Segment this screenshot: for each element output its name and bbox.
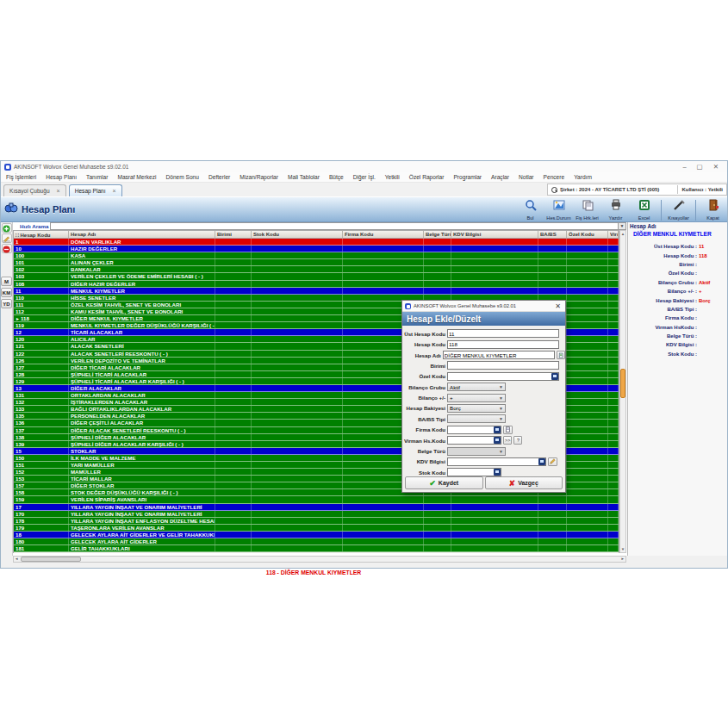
account-row[interactable]: 101ALINAN ÇEKLER <box>14 259 619 266</box>
column-header-ba-bs[interactable]: BA/BS <box>538 231 567 238</box>
account-row[interactable]: 179TAŞERONLARA VERİLEN AVANSLAR <box>14 525 619 532</box>
sidebar-button-yd[interactable]: YD <box>1 299 12 308</box>
panel-field-value: 118 <box>697 253 725 258</box>
column-header-zel-kodu[interactable]: Özel Kodu <box>567 231 608 238</box>
menu-item-mali-tablolar[interactable]: Mali Tablolar <box>288 174 320 180</box>
minimize-button[interactable]: – <box>682 163 686 171</box>
column-header-virman-h[interactable]: Virman H <box>608 231 619 238</box>
menu-item-d-nem-sonu[interactable]: Dönem Sonu <box>165 174 199 180</box>
yazd-r-button[interactable]: Yazdır <box>601 199 630 221</box>
tab-close-icon[interactable]: × <box>113 188 116 194</box>
account-row[interactable]: 170YILLARA YAYGIN İNŞAAT VE ONARIM MALİY… <box>14 511 619 518</box>
menu-item-ara-lar[interactable]: Araçlar <box>491 174 509 180</box>
account-row[interactable]: 18GELECEK AYLARA AİT GİDERLER VE GELİR T… <box>14 532 619 538</box>
scroll-down-icon[interactable]: ▼ <box>620 546 625 552</box>
account-row[interactable]: 180GELECEK AYLARA AİT GİDERLER <box>14 538 619 545</box>
menu-item-notlar[interactable]: Notlar <box>519 174 534 180</box>
menu-item-fi-i-lemleri[interactable]: Fiş İşlemleri <box>6 174 36 180</box>
menu-item-defterler[interactable]: Defterler <box>208 174 230 180</box>
menu-item-yetkili[interactable]: Yetkili <box>385 174 400 180</box>
edit-icon[interactable] <box>548 457 557 466</box>
account-row[interactable]: 11MENKUL KIYMETLER <box>14 288 619 295</box>
account-row[interactable]: 103VERİLEN ÇEKLER VE ÖDEME EMİRLERİ HESA… <box>14 273 619 280</box>
account-row[interactable]: 181GELİR TAHAKKUKLARI <box>14 545 619 552</box>
excel-button[interactable]: Excel <box>630 199 658 221</box>
hesap-ad-input[interactable] <box>443 351 555 359</box>
scroll-right-icon[interactable]: ► <box>621 557 625 562</box>
fi-hrk-leri-button[interactable]: Fiş Hrk.leri <box>573 199 601 221</box>
delete-account-button[interactable] <box>2 244 12 253</box>
bul-button[interactable]: Bul <box>516 199 544 221</box>
hesap-bakiyesi-select[interactable]: Borç▼ <box>447 404 506 413</box>
scroll-up-icon[interactable]: ▲ <box>620 231 625 237</box>
account-row[interactable]: 178YILLARA YAYGIN İNŞAAT ENFLASYON DÜZEL… <box>14 518 619 525</box>
menu-item-pencere[interactable]: Pencere <box>544 174 565 180</box>
menu-item-masraf-merkezi[interactable]: Masraf Merkezi <box>117 174 156 180</box>
scrollbar-thumb[interactable] <box>21 557 81 562</box>
account-code: 131 <box>14 392 69 398</box>
column-header-belge-t-r[interactable]: Belge Türü <box>424 231 451 238</box>
account-row[interactable]: 1DÖNEN VARLIKLAR <box>14 239 619 246</box>
tab-close-icon[interactable]: × <box>57 188 60 194</box>
kaydet-button[interactable]: ✔ Kaydet <box>405 476 483 489</box>
menu-item-b-t-e[interactable]: Bütçe <box>329 174 344 180</box>
lookup-icon[interactable] <box>538 458 545 465</box>
vazgec-button[interactable]: ✘ Vazgeç <box>485 476 563 489</box>
st-hesap-kodu-input[interactable] <box>447 329 559 338</box>
account-code: 103 <box>14 273 69 279</box>
hes-durum-button[interactable]: Hes.Durum <box>544 199 573 221</box>
column-header-kdv-bilgisi[interactable]: KDV Bilgisi <box>451 231 538 238</box>
menu-item-yard-m[interactable]: Yardım <box>574 174 592 180</box>
account-row[interactable]: 100KASA <box>14 252 619 259</box>
menu-item-di-er-i-l[interactable]: Diğer İşl. <box>353 174 376 180</box>
lookup-icon[interactable] <box>494 469 501 476</box>
belge-t-r-select[interactable]: ▼ <box>447 447 506 456</box>
tab-hesap-plani[interactable]: Hesap Planı × <box>69 184 122 196</box>
column-header-stok-kodu[interactable]: Stok Kodu <box>252 231 343 238</box>
menu-item-tan-mlar[interactable]: Tanımlar <box>86 174 108 180</box>
close-button[interactable]: ✕ <box>713 163 719 171</box>
ba-bs-tipi-select[interactable]: ▼ <box>447 414 506 423</box>
column-header-birimi[interactable]: Birimi <box>215 231 252 238</box>
menu-item-mizan-raporlar[interactable]: Mizan/Raporlar <box>240 174 278 180</box>
sidebar-button-m[interactable]: M <box>1 277 12 286</box>
vertical-scrollbar[interactable]: ▲ ▼ <box>619 230 626 553</box>
doc-icon[interactable] <box>503 426 513 434</box>
aux-button[interactable]: >> <box>503 436 512 445</box>
horizontal-scrollbar[interactable]: ◄ ► <box>13 556 626 563</box>
account-row[interactable]: 17YILLARA YAYGIN İNŞAAT VE ONARIM MALİYE… <box>14 504 619 511</box>
lookup-icon[interactable] <box>551 373 558 380</box>
account-row[interactable]: 108DİĞER HAZIR DEĞERLER <box>14 281 619 288</box>
quick-search-dropdown-icon[interactable]: ▼ <box>619 222 626 230</box>
menu-item-zel-raporlar[interactable]: Özel Raporlar <box>409 174 445 180</box>
grid-cell <box>567 252 608 258</box>
column-header-hesap-ad[interactable]: Hesap Adı <box>69 231 215 238</box>
k-sayollar-button[interactable]: Kısayollar <box>664 199 693 221</box>
bilan-o-select[interactable]: +▼ <box>447 394 506 402</box>
note-icon[interactable] <box>557 351 565 359</box>
kdv-bilgisi-input[interactable] <box>447 457 546 466</box>
menu-item-hesap-plan[interactable]: Hesap Planı <box>46 174 77 180</box>
lookup-icon[interactable] <box>494 426 501 433</box>
aux-button[interactable]: ? <box>513 436 522 445</box>
kapat-button[interactable]: Kapat <box>699 199 727 221</box>
dialog-close-icon[interactable]: ✕ <box>555 302 563 310</box>
account-row[interactable]: 10HAZIR DEĞERLER <box>14 246 619 252</box>
scroll-left-icon[interactable]: ◄ <box>15 557 18 562</box>
birimi-input[interactable] <box>447 361 559 370</box>
maximize-button[interactable]: ▢ <box>697 163 703 171</box>
column-header-hesap-kodu[interactable]: ∷ Hesap Kodu <box>14 231 69 238</box>
quick-search-input[interactable] <box>50 222 619 230</box>
sidebar-button-km[interactable]: KM <box>1 288 12 297</box>
bilan-o-grubu-select[interactable]: Aktif▼ <box>447 383 506 391</box>
menu-item-programlar[interactable]: Programlar <box>453 174 482 180</box>
hesap-kodu-input[interactable] <box>447 340 559 349</box>
zel-kodu-input[interactable] <box>447 372 559 381</box>
account-row[interactable]: 159VERİLEN SİPARİŞ AVANSLARI <box>14 496 619 503</box>
tab-kisayol-cubugu[interactable]: Kısayol Çubuğu × <box>3 184 66 196</box>
account-name: ALICILAR <box>69 336 215 342</box>
lookup-icon[interactable] <box>494 437 501 444</box>
account-row[interactable]: 102BANKALAR <box>14 266 619 273</box>
column-header-firma-kodu[interactable]: Firma Kodu <box>343 231 424 238</box>
scrollbar-thumb[interactable] <box>620 369 625 398</box>
